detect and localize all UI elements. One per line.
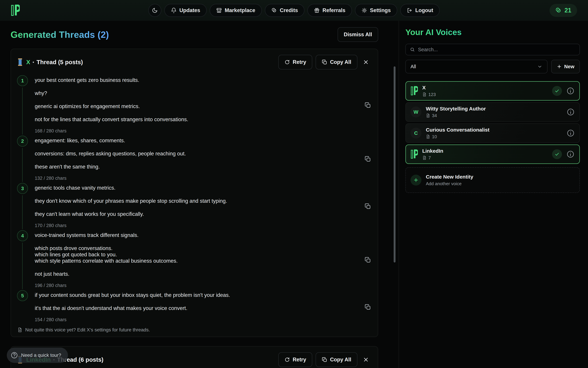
dismiss-all-button[interactable]: Dismiss All: [338, 27, 378, 42]
generated-threads-panel: Generated Threads (2) Dismiss All X •: [0, 21, 398, 368]
retry-icon: [285, 59, 290, 65]
post-paragraph: these aren't the same thing.: [35, 164, 361, 170]
post-paragraph: they can't learn what works for you spec…: [35, 211, 361, 217]
copy-post-button[interactable]: [365, 137, 371, 181]
create-new-identity-card[interactable]: Create New Identity Add another voice: [405, 167, 580, 193]
voice-count-value: 7: [428, 155, 431, 160]
retry-button[interactable]: Retry: [278, 55, 312, 69]
page-title: Generated Threads (2): [10, 29, 109, 40]
nav-item-updates[interactable]: Updates: [164, 4, 207, 17]
dot-separator: •: [33, 60, 34, 65]
nav-item-label: Updates: [179, 7, 200, 13]
copy-all-button[interactable]: Copy All: [316, 55, 357, 69]
voice-list: X 123: [405, 81, 580, 193]
post-connector-line: [22, 243, 23, 289]
theme-toggle-button[interactable]: [148, 4, 161, 17]
nav-item-marketplace[interactable]: Marketplace: [210, 4, 262, 17]
voice-info: Curious Conversationalist 10: [426, 127, 489, 139]
nav-item-label: Settings: [370, 7, 391, 13]
copy-icon: [365, 102, 371, 108]
gift-icon: [314, 8, 320, 13]
post-connector-line: [22, 87, 23, 135]
copy-icon: [322, 59, 327, 65]
voice-info-button[interactable]: [566, 150, 575, 158]
create-new-subtitle: Add another voice: [426, 181, 473, 186]
voice-info-button[interactable]: [567, 108, 575, 116]
content-area: Generated Threads (2) Dismiss All X •: [0, 21, 588, 368]
copy-post-button[interactable]: [365, 291, 371, 323]
voice-name: Witty Storytelling Author: [426, 106, 486, 112]
copy-post-button[interactable]: [365, 231, 371, 288]
voice-post-count: 7: [422, 155, 443, 160]
selected-check-badge: [552, 86, 562, 96]
voice-info: Create New Identity Add another voice: [426, 174, 473, 186]
post-number-badge: 5: [17, 290, 28, 301]
post-body: voice-trained systems track different si…: [35, 230, 361, 288]
thread-card: X • Thread (5 posts) Retry Copy All: [10, 49, 378, 337]
copy-post-button[interactable]: [365, 76, 371, 134]
voice-card-x[interactable]: X 123: [405, 81, 580, 101]
new-voice-button[interactable]: New: [551, 60, 580, 73]
copy-all-button[interactable]: Copy All: [316, 352, 357, 367]
voice-count-value: 10: [432, 134, 437, 139]
thread-post: 4 voice-trained systems track different …: [17, 230, 371, 288]
post-number-badge: 2: [17, 136, 28, 147]
plus-icon: [557, 64, 562, 69]
app-page: Updates Marketplace Credits Referrals Se…: [0, 0, 588, 368]
voice-avatar: C: [410, 128, 421, 138]
brand-logo[interactable]: [11, 5, 20, 16]
voice-count-value: 34: [432, 113, 437, 118]
document-icon: [426, 113, 430, 118]
copy-icon: [365, 257, 371, 263]
document-icon: [422, 156, 427, 160]
voice-post-count: 10: [426, 134, 489, 139]
voice-info-button[interactable]: [567, 129, 575, 137]
close-icon: [363, 357, 369, 363]
nav-item-logout[interactable]: Logout: [400, 4, 440, 17]
voice-search-input[interactable]: [418, 47, 575, 52]
voice-card-witty-storytelling-author[interactable]: W Witty Storytelling Author 34: [405, 102, 580, 122]
char-count: 132 / 280 chars: [35, 176, 361, 181]
document-icon: [426, 134, 430, 139]
char-count: 196 / 280 chars: [35, 283, 361, 288]
main-nav: Updates Marketplace Credits Referrals Se…: [148, 4, 440, 17]
thread-emoji-icon: [17, 58, 23, 66]
quick-tour-button[interactable]: Need a quick tour?: [7, 348, 68, 363]
retry-label: Retry: [293, 357, 306, 363]
post-paragraph: not for the lines that actually convert …: [35, 116, 361, 123]
voice-filter-select[interactable]: All: [405, 60, 548, 73]
post-paragraph: generic tools chase vanity metrics.: [35, 185, 361, 191]
voice-name: LinkedIn: [422, 148, 443, 154]
moon-icon: [152, 8, 158, 13]
voice-name: Curious Conversationalist: [426, 127, 489, 133]
credits-balance-badge[interactable]: 21: [550, 4, 577, 17]
retry-icon: [285, 357, 290, 362]
copy-post-button[interactable]: [365, 184, 371, 229]
nav-item-label: Credits: [280, 7, 298, 13]
retry-button[interactable]: Retry: [278, 352, 312, 367]
post-body: your best content gets zero business res…: [35, 75, 361, 134]
document-icon: [17, 327, 22, 332]
voice-card-curious-conversationalist[interactable]: C Curious Conversationalist 10: [405, 123, 580, 143]
voice-info: LinkedIn 7: [422, 148, 443, 160]
voice-actions: [552, 149, 575, 159]
voice-info-button[interactable]: [566, 87, 575, 95]
nav-item-credits[interactable]: Credits: [265, 4, 304, 17]
nav-item-referrals[interactable]: Referrals: [307, 4, 352, 17]
copy-icon: [365, 304, 371, 310]
copy-icon: [365, 203, 371, 210]
question-circle-icon: [10, 351, 18, 359]
close-thread-button[interactable]: [361, 57, 371, 67]
nav-item-settings[interactable]: Settings: [355, 4, 397, 17]
store-icon: [216, 8, 222, 13]
close-thread-button[interactable]: [361, 355, 371, 365]
selected-check-badge: [552, 149, 562, 159]
info-icon: [567, 108, 575, 116]
voice-card-linkedin[interactable]: LinkedIn 7: [405, 145, 580, 164]
plus-icon: [413, 177, 419, 183]
post-connector-line: [22, 148, 23, 182]
thread-post: 2 engagement: likes, shares, comments. c…: [17, 136, 371, 181]
voice-avatar: W: [410, 107, 421, 118]
main-scrollbar[interactable]: [394, 66, 396, 262]
thread-card-header: LinkedIn • Thread (6 posts) Retry Copy A…: [17, 352, 371, 367]
